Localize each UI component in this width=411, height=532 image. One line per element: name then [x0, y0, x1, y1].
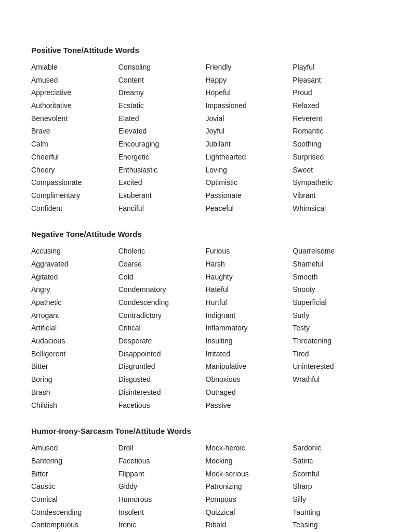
word-cell: Soothing — [293, 139, 380, 150]
word-cell: Caustic — [31, 481, 118, 493]
word-cell: Mocking — [206, 456, 293, 467]
word-cell: Reverent — [293, 113, 380, 125]
word-cell: Shameful — [293, 259, 380, 270]
word-cell: Condescending — [118, 297, 206, 309]
word-cell: Friendly — [206, 62, 293, 73]
word-cell: Hurtful — [206, 297, 293, 309]
word-cell: Silly — [293, 494, 380, 506]
word-cell: Contradictory — [118, 310, 206, 322]
section-0: Positive Tone/Attitude WordsAmiableConso… — [31, 46, 380, 214]
word-cell: Testy — [293, 323, 380, 334]
word-cell: Humorous — [118, 494, 206, 506]
word-cell: Uninterested — [293, 361, 380, 373]
word-cell: Elated — [118, 113, 206, 125]
word-cell: Contemptuous — [31, 520, 118, 531]
word-cell: Belligerent — [31, 349, 118, 360]
word-cell: Cheerful — [31, 152, 118, 163]
word-cell: Arrogant — [31, 310, 118, 322]
word-cell: Critical — [118, 323, 206, 334]
word-cell: Angry — [31, 284, 118, 296]
word-cell: Appreciative — [31, 87, 118, 99]
word-cell: Wrathful — [293, 374, 380, 385]
word-cell: Dreamy — [118, 87, 206, 99]
word-cell: Indignant — [206, 310, 293, 322]
word-cell: Content — [118, 75, 206, 86]
section-2: Humor-Irony-Sarcasm Tone/Attitude WordsA… — [31, 427, 380, 532]
word-cell: Happy — [206, 75, 293, 86]
section-heading-2: Humor-Irony-Sarcasm Tone/Attitude Words — [31, 427, 380, 435]
word-cell: Loving — [206, 165, 293, 176]
word-cell: Quarrelsome — [293, 246, 380, 257]
word-cell: Aggravated — [31, 259, 118, 270]
word-grid-1: AccusingCholericFuriousQuarrelsomeAggrav… — [31, 246, 380, 411]
word-cell: Mock-heroic — [206, 443, 293, 454]
word-cell: Jubilant — [206, 139, 293, 150]
word-cell: Threatening — [293, 336, 380, 347]
word-cell: Superficial — [293, 297, 380, 309]
word-cell: Vibrant — [293, 190, 380, 202]
word-cell: Condemnatory — [118, 284, 206, 296]
word-cell: Insolent — [118, 507, 206, 518]
word-cell: Cold — [118, 272, 206, 283]
word-cell: Hopeful — [206, 87, 293, 99]
word-cell: Sweet — [293, 165, 380, 176]
word-cell: Sharp — [293, 481, 380, 493]
word-cell: Taunting — [293, 507, 380, 518]
word-cell: Joyful — [206, 126, 293, 137]
section-heading-1: Negative Tone/Attitude Words — [31, 230, 380, 238]
word-cell: Pompous — [206, 494, 293, 506]
word-cell: Calm — [31, 139, 118, 150]
word-cell: Audacious — [31, 336, 118, 347]
word-cell: Brave — [31, 126, 118, 137]
word-cell: Lighthearted — [206, 152, 293, 163]
word-cell: Passionate — [206, 190, 293, 202]
word-cell: Complimentary — [31, 190, 118, 202]
word-cell: Desperate — [118, 336, 206, 347]
word-cell: Confident — [31, 203, 118, 215]
word-cell: Exuberant — [118, 190, 206, 202]
word-cell: Inflammatory — [206, 323, 293, 334]
word-cell: Sympathetic — [293, 177, 380, 189]
word-cell: Comical — [31, 494, 118, 506]
word-cell: Smooth — [293, 272, 380, 283]
word-cell: Surly — [293, 310, 380, 322]
word-cell: Apathetic — [31, 297, 118, 309]
word-cell: Compassionate — [31, 177, 118, 189]
word-cell: Surprised — [293, 152, 380, 163]
section-1: Negative Tone/Attitude WordsAccusingChol… — [31, 230, 380, 411]
word-cell: Droll — [118, 443, 206, 454]
word-cell: Enthusiastic — [118, 165, 206, 176]
word-cell: Bitter — [31, 469, 118, 480]
word-cell: Hateful — [206, 284, 293, 296]
word-grid-0: AmiableConsolingFriendlyPlayfulAmusedCon… — [31, 62, 380, 214]
word-cell: Obnoxious — [206, 374, 293, 385]
word-cell: Childish — [31, 400, 118, 411]
word-cell: Disgruntled — [118, 361, 206, 373]
word-cell: Irritated — [206, 349, 293, 360]
word-cell: Flippant — [118, 469, 206, 480]
word-cell: Boring — [31, 374, 118, 385]
word-cell: Optimistic — [206, 177, 293, 189]
word-grid-2: AmusedDrollMock-heroicSardonicBanteringF… — [31, 443, 380, 532]
word-cell: Fanciful — [118, 203, 206, 215]
word-cell: Facetious — [118, 456, 206, 467]
word-cell: Facetious — [118, 400, 206, 411]
word-cell: Proud — [293, 87, 380, 99]
word-cell: Snooty — [293, 284, 380, 296]
word-cell: Harsh — [206, 259, 293, 270]
word-cell: Relaxed — [293, 100, 380, 112]
word-cell: Amused — [31, 75, 118, 86]
word-cell: Sardonic — [293, 443, 380, 454]
word-cell: Whimsical — [293, 203, 380, 215]
word-cell: Bantering — [31, 456, 118, 467]
word-cell: Peaceful — [206, 203, 293, 215]
word-cell: Satiric — [293, 456, 380, 467]
word-cell: Ribald — [206, 520, 293, 531]
word-cell: Amused — [31, 443, 118, 454]
word-cell — [293, 400, 380, 411]
word-cell: Agitated — [31, 272, 118, 283]
word-cell: Amiable — [31, 62, 118, 73]
section-heading-0: Positive Tone/Attitude Words — [31, 46, 380, 55]
word-cell: Mock-serious — [206, 469, 293, 480]
word-cell: Patronizing — [206, 481, 293, 493]
